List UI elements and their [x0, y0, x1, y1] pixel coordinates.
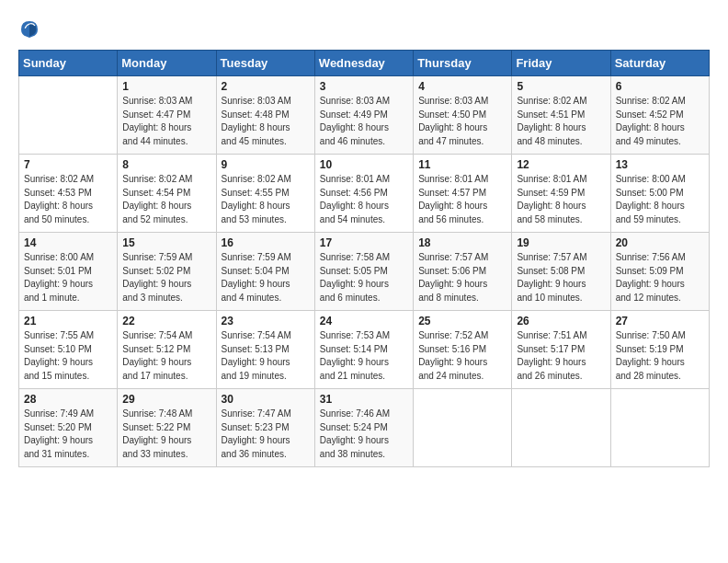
- day-info: Sunrise: 7:58 AMSunset: 5:05 PMDaylight:…: [320, 251, 408, 304]
- day-info: Sunrise: 7:59 AMSunset: 5:02 PMDaylight:…: [122, 251, 210, 304]
- header-sunday: Sunday: [19, 51, 118, 76]
- calendar-cell: 3Sunrise: 8:03 AMSunset: 4:49 PMDaylight…: [314, 76, 413, 155]
- day-number: 23: [222, 315, 310, 327]
- calendar-table: SundayMondayTuesdayWednesdayThursdayFrid…: [18, 50, 710, 467]
- day-info: Sunrise: 8:03 AMSunset: 4:48 PMDaylight:…: [222, 95, 310, 148]
- day-info: Sunrise: 8:02 AMSunset: 4:52 PMDaylight:…: [616, 95, 704, 148]
- day-info: Sunrise: 8:03 AMSunset: 4:49 PMDaylight:…: [320, 95, 408, 148]
- day-info: Sunrise: 7:47 AMSunset: 5:23 PMDaylight:…: [222, 408, 310, 461]
- calendar-cell: [19, 76, 118, 155]
- header-wednesday: Wednesday: [314, 51, 413, 76]
- day-info: Sunrise: 7:59 AMSunset: 5:04 PMDaylight:…: [222, 251, 310, 304]
- day-info: Sunrise: 8:03 AMSunset: 4:47 PMDaylight:…: [122, 95, 210, 148]
- day-number: 26: [517, 315, 605, 327]
- day-number: 25: [418, 315, 506, 327]
- day-info: Sunrise: 8:00 AMSunset: 5:00 PMDaylight:…: [616, 173, 704, 226]
- day-info: Sunrise: 8:01 AMSunset: 4:59 PMDaylight:…: [517, 173, 605, 226]
- day-info: Sunrise: 7:46 AMSunset: 5:24 PMDaylight:…: [320, 408, 408, 461]
- day-number: 19: [517, 236, 605, 249]
- day-info: Sunrise: 7:54 AMSunset: 5:13 PMDaylight:…: [222, 329, 310, 383]
- day-number: 31: [320, 393, 408, 406]
- day-info: Sunrise: 7:54 AMSunset: 5:12 PMDaylight:…: [122, 329, 210, 383]
- header-friday: Friday: [512, 51, 610, 76]
- day-number: 9: [222, 158, 310, 171]
- calendar-cell: 10Sunrise: 8:01 AMSunset: 4:56 PMDayligh…: [314, 155, 413, 233]
- day-number: 14: [24, 236, 112, 249]
- day-number: 8: [122, 158, 210, 171]
- day-info: Sunrise: 8:02 AMSunset: 4:55 PMDaylight:…: [222, 173, 310, 226]
- day-number: 2: [222, 80, 310, 93]
- header-monday: Monday: [118, 51, 216, 76]
- day-info: Sunrise: 8:02 AMSunset: 4:53 PMDaylight:…: [24, 173, 112, 226]
- header-saturday: Saturday: [610, 51, 709, 76]
- calendar-cell: 25Sunrise: 7:52 AMSunset: 5:16 PMDayligh…: [414, 311, 512, 389]
- calendar-header-row: SundayMondayTuesdayWednesdayThursdayFrid…: [19, 51, 710, 76]
- calendar-cell: 29Sunrise: 7:48 AMSunset: 5:22 PMDayligh…: [118, 389, 216, 467]
- calendar-cell: 12Sunrise: 8:01 AMSunset: 4:59 PMDayligh…: [512, 155, 610, 233]
- calendar-cell: 15Sunrise: 7:59 AMSunset: 5:02 PMDayligh…: [118, 233, 216, 311]
- day-info: Sunrise: 7:57 AMSunset: 5:08 PMDaylight:…: [517, 251, 605, 304]
- calendar-cell: 18Sunrise: 7:57 AMSunset: 5:06 PMDayligh…: [414, 233, 512, 311]
- calendar-cell: [512, 389, 610, 467]
- calendar-cell: 28Sunrise: 7:49 AMSunset: 5:20 PMDayligh…: [19, 389, 118, 467]
- day-number: 30: [222, 393, 310, 406]
- calendar-cell: 14Sunrise: 8:00 AMSunset: 5:01 PMDayligh…: [19, 233, 118, 311]
- day-number: 5: [517, 80, 605, 93]
- header-thursday: Thursday: [414, 51, 512, 76]
- day-number: 1: [122, 80, 210, 93]
- day-info: Sunrise: 7:48 AMSunset: 5:22 PMDaylight:…: [122, 408, 210, 461]
- day-number: 27: [616, 315, 704, 327]
- week-row-5: 28Sunrise: 7:49 AMSunset: 5:20 PMDayligh…: [19, 389, 710, 467]
- logo-icon: [18, 18, 40, 40]
- calendar-cell: 11Sunrise: 8:01 AMSunset: 4:57 PMDayligh…: [414, 155, 512, 233]
- week-row-3: 14Sunrise: 8:00 AMSunset: 5:01 PMDayligh…: [19, 233, 710, 311]
- calendar-cell: [414, 389, 512, 467]
- calendar-cell: 6Sunrise: 8:02 AMSunset: 4:52 PMDaylight…: [610, 76, 709, 155]
- day-number: 10: [320, 158, 408, 171]
- logo: [18, 18, 44, 40]
- day-number: 22: [122, 315, 210, 327]
- page-header: [18, 18, 710, 40]
- week-row-4: 21Sunrise: 7:55 AMSunset: 5:10 PMDayligh…: [19, 311, 710, 389]
- calendar-cell: 20Sunrise: 7:56 AMSunset: 5:09 PMDayligh…: [610, 233, 709, 311]
- day-info: Sunrise: 7:56 AMSunset: 5:09 PMDaylight:…: [616, 251, 704, 304]
- day-number: 4: [418, 80, 506, 93]
- day-info: Sunrise: 7:53 AMSunset: 5:14 PMDaylight:…: [320, 329, 408, 383]
- day-number: 6: [616, 80, 704, 93]
- day-info: Sunrise: 8:00 AMSunset: 5:01 PMDaylight:…: [24, 251, 112, 304]
- day-info: Sunrise: 7:50 AMSunset: 5:19 PMDaylight:…: [616, 329, 704, 383]
- day-number: 11: [418, 158, 506, 171]
- day-number: 12: [517, 158, 605, 171]
- day-number: 29: [122, 393, 210, 406]
- day-number: 3: [320, 80, 408, 93]
- calendar-cell: 23Sunrise: 7:54 AMSunset: 5:13 PMDayligh…: [216, 311, 314, 389]
- calendar-cell: 4Sunrise: 8:03 AMSunset: 4:50 PMDaylight…: [414, 76, 512, 155]
- calendar-cell: 31Sunrise: 7:46 AMSunset: 5:24 PMDayligh…: [314, 389, 413, 467]
- calendar-cell: 17Sunrise: 7:58 AMSunset: 5:05 PMDayligh…: [314, 233, 413, 311]
- week-row-2: 7Sunrise: 8:02 AMSunset: 4:53 PMDaylight…: [19, 155, 710, 233]
- calendar-cell: [610, 389, 709, 467]
- day-info: Sunrise: 8:02 AMSunset: 4:54 PMDaylight:…: [122, 173, 210, 226]
- day-number: 24: [320, 315, 408, 327]
- day-info: Sunrise: 8:02 AMSunset: 4:51 PMDaylight:…: [517, 95, 605, 148]
- day-info: Sunrise: 7:51 AMSunset: 5:17 PMDaylight:…: [517, 329, 605, 383]
- day-info: Sunrise: 7:55 AMSunset: 5:10 PMDaylight:…: [24, 329, 112, 383]
- calendar-cell: 19Sunrise: 7:57 AMSunset: 5:08 PMDayligh…: [512, 233, 610, 311]
- day-info: Sunrise: 7:57 AMSunset: 5:06 PMDaylight:…: [418, 251, 506, 304]
- day-number: 28: [24, 393, 112, 406]
- calendar-cell: 1Sunrise: 8:03 AMSunset: 4:47 PMDaylight…: [118, 76, 216, 155]
- calendar-cell: 9Sunrise: 8:02 AMSunset: 4:55 PMDaylight…: [216, 155, 314, 233]
- day-info: Sunrise: 7:49 AMSunset: 5:20 PMDaylight:…: [24, 408, 112, 461]
- day-number: 17: [320, 236, 408, 249]
- calendar-cell: 24Sunrise: 7:53 AMSunset: 5:14 PMDayligh…: [314, 311, 413, 389]
- calendar-cell: 13Sunrise: 8:00 AMSunset: 5:00 PMDayligh…: [610, 155, 709, 233]
- calendar-cell: 26Sunrise: 7:51 AMSunset: 5:17 PMDayligh…: [512, 311, 610, 389]
- day-number: 21: [24, 315, 112, 327]
- calendar-cell: 5Sunrise: 8:02 AMSunset: 4:51 PMDaylight…: [512, 76, 610, 155]
- day-number: 18: [418, 236, 506, 249]
- header-tuesday: Tuesday: [216, 51, 314, 76]
- day-number: 16: [222, 236, 310, 249]
- day-number: 20: [616, 236, 704, 249]
- calendar-cell: 27Sunrise: 7:50 AMSunset: 5:19 PMDayligh…: [610, 311, 709, 389]
- calendar-cell: 2Sunrise: 8:03 AMSunset: 4:48 PMDaylight…: [216, 76, 314, 155]
